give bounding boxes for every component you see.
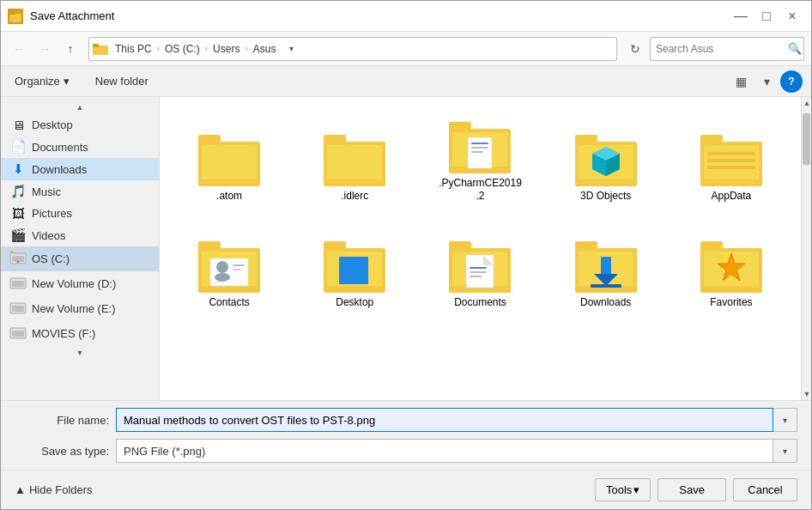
svg-point-45 [216, 261, 228, 273]
crumb-this-pc[interactable]: This PC [112, 42, 155, 56]
svg-rect-68 [700, 241, 723, 252]
list-item[interactable]: Desktop [294, 212, 415, 315]
save-type-input-wrapper: PNG File (*.png) ▾ [116, 439, 797, 463]
scroll-thumb[interactable] [803, 113, 810, 165]
content-area: ▲ 🖥 Desktop 📄 Documents ⬇ Downloads 🎵 Mu… [1, 97, 811, 400]
list-item[interactable]: Downloads [545, 212, 667, 315]
up-button[interactable]: ↑ [59, 38, 82, 60]
sidebar-label-volume-d: New Volume (D:) [32, 277, 116, 290]
music-icon: 🎵 [9, 184, 27, 199]
sidebar-label-volume-e: New Volume (E:) [32, 302, 116, 315]
list-item[interactable]: 3D Objects [545, 106, 667, 209]
sidebar-label-downloads: Downloads [32, 163, 87, 176]
list-item[interactable]: AppData [670, 106, 792, 209]
scroll-up-button[interactable]: ▲ [802, 97, 811, 109]
sidebar-item-volume-d[interactable]: New Volume (D:) [1, 271, 159, 296]
back-button[interactable]: ← [8, 38, 30, 60]
sidebar-item-downloads[interactable]: ⬇ Downloads [1, 158, 159, 180]
svg-rect-59 [470, 271, 487, 273]
help-button[interactable]: ? [780, 70, 803, 93]
list-item[interactable]: .PyCharmCE2019.2 [419, 106, 541, 209]
file-name-input[interactable] [116, 408, 773, 432]
window-controls: — □ × [729, 4, 804, 28]
organize-button[interactable]: Organize ▾ [9, 72, 75, 90]
tools-arrow: ▾ [633, 483, 639, 496]
save-type-label: Save as type: [15, 445, 109, 458]
address-dropdown-button[interactable]: ▾ [282, 38, 300, 60]
new-folder-button[interactable]: New folder [88, 72, 155, 90]
svg-rect-10 [12, 281, 24, 287]
list-item[interactable]: Documents [419, 212, 541, 315]
videos-icon: 🎬 [9, 228, 27, 243]
scroll-track[interactable] [802, 109, 811, 388]
file-name-row: File name: ▾ [15, 408, 797, 432]
cancel-button[interactable]: Cancel [733, 478, 797, 501]
pictures-icon: 🖼 [9, 206, 27, 221]
search-input[interactable] [656, 43, 785, 55]
volume-e-icon [9, 300, 27, 318]
tools-label: Tools [606, 483, 632, 496]
organize-arrow: ▾ [64, 75, 70, 88]
sidebar-item-desktop[interactable]: 🖥 Desktop [1, 114, 159, 136]
refresh-button[interactable]: ↻ [624, 38, 646, 60]
sidebar-item-movies-f[interactable]: MOVIES (F:) [1, 321, 159, 346]
svg-rect-64 [601, 257, 611, 276]
svg-rect-19 [324, 135, 346, 145]
folder-desktop-icon [324, 241, 385, 293]
save-type-dropdown[interactable]: ▾ [773, 439, 797, 463]
svg-rect-16 [198, 135, 221, 145]
file-label: .idlerc [341, 190, 368, 203]
sidebar-item-documents[interactable]: 📄 Documents [1, 136, 159, 158]
file-label: AppData [712, 190, 752, 203]
view-mode-button[interactable]: ▦ [729, 70, 753, 94]
file-name-dropdown[interactable]: ▾ [773, 408, 797, 432]
scroll-down-button[interactable]: ▼ [802, 388, 811, 400]
title-bar: Save Attachment — □ × [1, 1, 811, 32]
svg-rect-22 [449, 122, 471, 132]
secondary-toolbar: Organize ▾ New folder ▦ ▾ ? [1, 66, 811, 97]
sidebar-item-videos[interactable]: 🎬 Videos [1, 224, 159, 246]
minimize-button[interactable]: — [729, 4, 753, 28]
sidebar-label-movies-f: MOVIES (F:) [32, 327, 95, 340]
maximize-button[interactable]: □ [754, 4, 779, 28]
crumb-users[interactable]: Users [209, 42, 243, 56]
save-button[interactable]: Save [657, 478, 726, 501]
sidebar-scroll-down[interactable]: ▼ [1, 346, 159, 360]
sidebar-item-music[interactable]: 🎵 Music [1, 180, 159, 203]
file-label: Contacts [209, 296, 249, 310]
sidebar-label-documents: Documents [32, 141, 88, 154]
address-bar[interactable]: This PC › OS (C:) › Users › Asus ▾ [88, 37, 617, 61]
sidebar-item-volume-e[interactable]: New Volume (E:) [1, 296, 159, 321]
folder-atom-icon [198, 135, 260, 186]
search-box: 🔍 [650, 37, 804, 61]
tools-button[interactable]: Tools ▾ [595, 478, 651, 501]
folder-3d-icon [575, 135, 637, 186]
svg-rect-47 [233, 264, 245, 266]
close-button[interactable]: × [780, 4, 804, 28]
sidebar-scroll-up[interactable]: ▲ [1, 100, 159, 114]
crumb-os-c[interactable]: OS (C:) [161, 42, 203, 56]
main-scrollbar: ▲ ▼ [801, 97, 811, 400]
list-item[interactable]: .atom [168, 106, 290, 209]
hide-folders-arrow: ▲ [15, 483, 26, 496]
svg-rect-50 [324, 241, 346, 252]
organize-label: Organize [15, 75, 60, 88]
sidebar-item-os-c[interactable]: OS (C:) [1, 246, 159, 271]
svg-rect-44 [210, 258, 248, 286]
list-item[interactable]: .idlerc [294, 106, 415, 209]
address-toolbar: ← → ↑ This PC › OS (C:) › Users › Asus ▾… [1, 32, 811, 66]
file-label: Favorites [710, 296, 752, 310]
sidebar-item-pictures[interactable]: 🖼 Pictures [1, 203, 159, 224]
crumb-asus[interactable]: Asus [250, 42, 280, 56]
save-type-select[interactable]: PNG File (*.png) [116, 439, 773, 463]
view-mode-dropdown[interactable]: ▾ [754, 70, 779, 94]
movies-f-icon [9, 325, 27, 343]
svg-rect-14 [12, 331, 24, 337]
svg-rect-4 [93, 44, 99, 47]
search-icon: 🔍 [788, 42, 802, 55]
list-item[interactable]: Contacts [168, 212, 290, 315]
list-item[interactable]: Favorites [670, 212, 792, 315]
forward-button[interactable]: → [33, 38, 56, 60]
hide-folders-button[interactable]: ▲ Hide Folders [15, 483, 93, 496]
svg-rect-54 [449, 241, 471, 252]
